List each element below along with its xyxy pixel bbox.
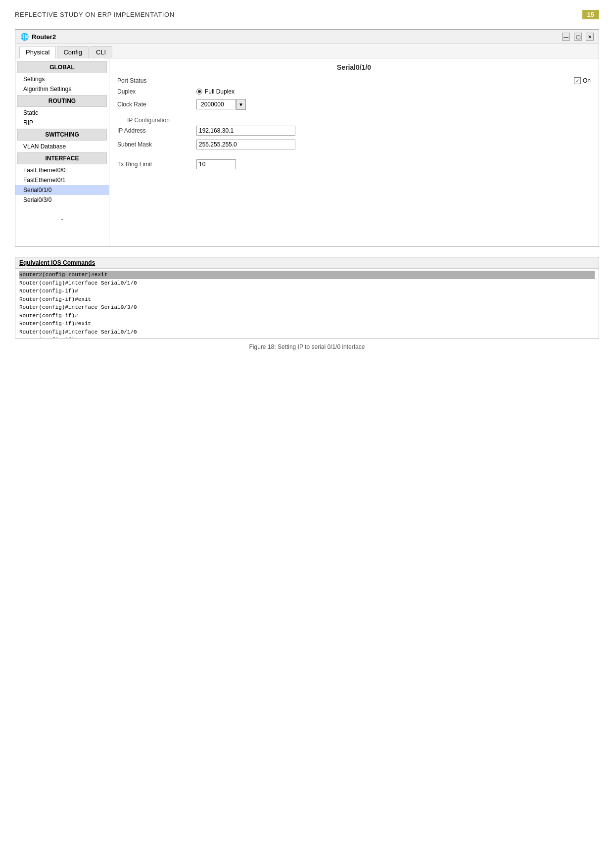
ip-address-input[interactable]: [196, 126, 295, 136]
sidebar-item-fastethernet0-1[interactable]: FastEthernet0/1: [15, 175, 109, 185]
sidebar: GLOBAL Settings Algorithm Settings ROUTI…: [15, 58, 109, 246]
maximize-button[interactable]: ▢: [574, 33, 582, 41]
minimize-button[interactable]: —: [562, 33, 570, 41]
clock-rate-value: 2000000 ▼: [196, 99, 591, 110]
tx-ring-limit-row: Tx Ring Limit: [117, 159, 591, 169]
sidebar-item-static[interactable]: Static: [15, 108, 109, 118]
duplex-full-radio-row: Full Duplex: [196, 88, 591, 95]
duplex-full-label: Full Duplex: [205, 88, 235, 95]
router-icon: 🌐: [20, 33, 29, 41]
tab-cli[interactable]: CLI: [90, 46, 112, 58]
duplex-label: Duplex: [117, 88, 196, 95]
ios-terminal[interactable]: Router2(config-router)#exitRouter(config…: [15, 269, 599, 338]
sidebar-section-global: GLOBAL: [17, 61, 107, 73]
ip-address-row: IP Address: [117, 126, 591, 136]
port-status-checkbox-label: On: [583, 77, 591, 84]
sidebar-item-vlan-database[interactable]: VLAN Database: [15, 142, 109, 151]
subnet-mask-label: Subnet Mask: [117, 141, 196, 148]
subnet-mask-row: Subnet Mask: [117, 140, 591, 149]
subnet-mask-value: [196, 140, 591, 149]
ip-address-value: [196, 126, 591, 136]
clock-rate-dropdown-arrow[interactable]: ▼: [236, 99, 246, 110]
page-header: REFLECTIVE STUDY ON ERP IMPLEMENTATION 1…: [15, 10, 599, 19]
sidebar-item-algorithm-settings[interactable]: Algorithm Settings: [15, 84, 109, 94]
sidebar-item-serial0-3-0[interactable]: Serial0/3/0: [15, 195, 109, 205]
page-number: 15: [582, 10, 599, 19]
router-window: 🌐 Router2 — ▢ ✕ Physical Config CLI GLOB…: [15, 29, 599, 247]
window-titlebar: 🌐 Router2 — ▢ ✕: [15, 30, 599, 44]
tx-ring-limit-value: [196, 159, 591, 169]
port-status-checkbox-box[interactable]: ✓: [574, 77, 581, 84]
ip-config-section-label: IP Configuration: [117, 114, 591, 126]
clock-rate-select-wrapper: 2000000 ▼: [196, 99, 591, 110]
ip-address-label: IP Address: [117, 127, 196, 134]
ios-commands-section: Equivalent IOS Commands Router2(config-r…: [15, 257, 599, 338]
sidebar-item-rip[interactable]: RIP: [15, 118, 109, 128]
page-title: REFLECTIVE STUDY ON ERP IMPLEMENTATION: [15, 11, 175, 18]
clock-rate-row: Clock Rate 2000000 ▼: [117, 99, 591, 110]
sidebar-scroll-down[interactable]: ⌄: [15, 215, 109, 222]
port-status-row: Port Status ✓ On: [117, 77, 591, 84]
subnet-mask-input[interactable]: [196, 140, 295, 149]
figure-caption: Figure 18: Setting IP to serial 0/1/0 in…: [15, 343, 599, 350]
tx-ring-limit-label: Tx Ring Limit: [117, 161, 196, 168]
content-area: GLOBAL Settings Algorithm Settings ROUTI…: [15, 58, 599, 246]
duplex-full-radio[interactable]: [196, 89, 202, 95]
window-title-text: Router2: [32, 33, 56, 41]
close-button[interactable]: ✕: [586, 33, 594, 41]
clock-rate-label: Clock Rate: [117, 101, 196, 108]
ios-commands-header: Equivalent IOS Commands: [15, 257, 599, 269]
port-status-label: Port Status: [117, 77, 196, 84]
tx-ring-limit-input[interactable]: [196, 159, 236, 169]
clock-rate-display: 2000000: [196, 99, 236, 109]
window-title: 🌐 Router2: [20, 33, 56, 41]
tab-physical[interactable]: Physical: [19, 46, 56, 58]
sidebar-section-routing: ROUTING: [17, 95, 107, 107]
sidebar-item-settings[interactable]: Settings: [15, 74, 109, 84]
duplex-value: Full Duplex: [196, 88, 591, 95]
sidebar-section-interface: INTERFACE: [17, 152, 107, 164]
tab-bar: Physical Config CLI: [15, 44, 599, 58]
right-panel: Serial0/1/0 Port Status ✓ On Duplex Full…: [109, 58, 599, 246]
window-controls: — ▢ ✕: [562, 33, 594, 41]
sidebar-item-fastethernet0-0[interactable]: FastEthernet0/0: [15, 165, 109, 175]
port-status-checkbox[interactable]: ✓ On: [574, 77, 591, 84]
tab-config[interactable]: Config: [57, 46, 89, 58]
sidebar-item-serial0-1-0[interactable]: Serial0/1/0: [15, 185, 109, 195]
panel-title: Serial0/1/0: [117, 63, 591, 71]
duplex-row: Duplex Full Duplex: [117, 88, 591, 95]
sidebar-section-switching: SWITCHING: [17, 129, 107, 141]
